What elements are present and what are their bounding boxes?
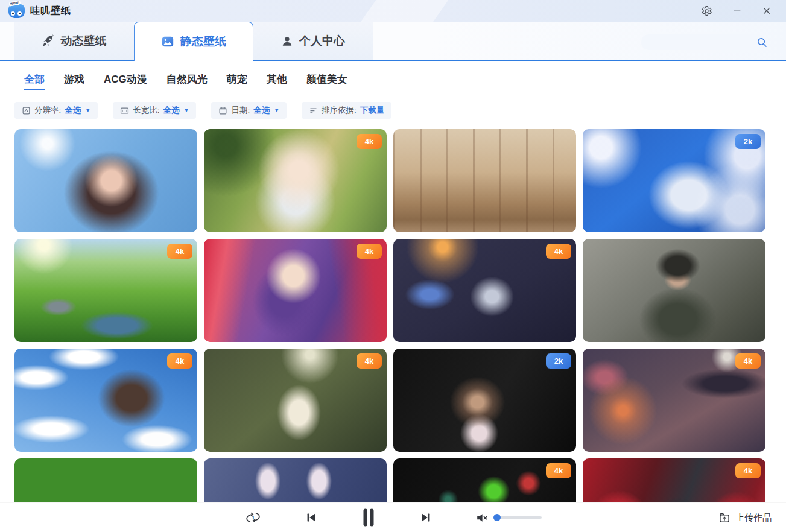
filter-value: 全选 bbox=[163, 105, 179, 116]
logo-eye bbox=[11, 11, 15, 16]
filter-label: 分辨率: bbox=[34, 105, 61, 116]
previous-icon bbox=[305, 511, 318, 524]
minimize-icon bbox=[732, 6, 742, 16]
wallpaper-water-town-bridge-night[interactable]: 4k bbox=[583, 349, 765, 452]
image-icon bbox=[161, 35, 174, 48]
filter-aspect-ratio[interactable]: 长宽比:全选▼ bbox=[113, 102, 196, 119]
filter-label: 长宽比: bbox=[133, 105, 159, 116]
close-icon bbox=[762, 6, 772, 16]
wallpaper-green-village-lake[interactable]: 4k bbox=[14, 239, 197, 342]
resolution-badge: 4k bbox=[357, 353, 382, 369]
pause-icon bbox=[361, 508, 376, 527]
tab-label: 动态壁纸 bbox=[61, 33, 107, 49]
resolution-badge: 4k bbox=[357, 134, 382, 149]
gear-icon bbox=[701, 5, 712, 17]
wallpaper-girl-white-dress-meadow[interactable]: 4k bbox=[204, 349, 387, 452]
tab-profile-center[interactable]: 个人中心 bbox=[253, 22, 373, 60]
next-button[interactable] bbox=[419, 511, 433, 524]
tab-list: 动态壁纸静态壁纸个人中心 bbox=[14, 22, 373, 60]
user-icon bbox=[281, 35, 293, 47]
tab-static-wallpaper[interactable]: 静态壁纸 bbox=[134, 22, 253, 61]
upload-label: 上传作品 bbox=[735, 512, 772, 524]
sort-icon bbox=[309, 106, 318, 115]
filter-bar: 分辨率:全选▼长宽比:全选▼日期:全选▼排序依据:下载量 bbox=[0, 95, 786, 121]
repeat-one-button[interactable]: 1 bbox=[245, 510, 261, 525]
wallpaper-purple-hair-girl-red-dress[interactable]: 4k bbox=[204, 239, 387, 342]
wallpaper-white-hair-girl-garden[interactable]: 4k bbox=[204, 129, 387, 232]
pause-button[interactable] bbox=[361, 508, 376, 527]
filter-value: 下载量 bbox=[360, 105, 385, 116]
resolution-badge: 4k bbox=[546, 463, 571, 478]
wallpaper-japanese-room-interior[interactable] bbox=[393, 129, 576, 232]
search-button[interactable] bbox=[756, 36, 768, 48]
upload-icon bbox=[718, 511, 731, 524]
volume-thumb[interactable] bbox=[493, 514, 501, 521]
resolution-badge: 4k bbox=[735, 463, 761, 478]
search-input[interactable] bbox=[650, 38, 756, 47]
app-title: 哇叽壁纸 bbox=[30, 5, 71, 17]
mute-icon bbox=[476, 512, 490, 524]
wallpaper-girl-portrait-dark[interactable]: 2k bbox=[393, 349, 576, 452]
app-logo: WOW! bbox=[8, 4, 25, 18]
search-box bbox=[641, 34, 766, 50]
filter-value: 全选 bbox=[253, 105, 270, 116]
wallpaper-white-hair-girl-blue-blossoms[interactable]: 2k bbox=[583, 129, 765, 232]
category-all[interactable]: 全部 bbox=[24, 72, 45, 90]
wallpaper-anime-girl-straw-hat-clouds[interactable]: 4k bbox=[14, 349, 197, 452]
volume-slider[interactable] bbox=[493, 516, 542, 519]
resolution-icon bbox=[22, 106, 31, 115]
upload-button[interactable]: 上传作品 bbox=[718, 511, 772, 524]
category-bar: 全部游戏ACG动漫自然风光萌宠其他颜值美女 bbox=[0, 61, 786, 95]
chevron-down-icon: ▼ bbox=[183, 107, 189, 113]
window-controls bbox=[701, 5, 772, 17]
search-icon bbox=[756, 36, 768, 48]
resolution-badge: 4k bbox=[546, 244, 571, 259]
svg-text:1: 1 bbox=[252, 515, 255, 521]
settings-button[interactable] bbox=[701, 5, 712, 17]
wallpaper-girl-at-computer-night[interactable]: 4k bbox=[393, 239, 576, 342]
tab-label: 静态壁纸 bbox=[180, 34, 226, 49]
resolution-badge: 4k bbox=[167, 353, 192, 369]
chevron-down-icon: ▼ bbox=[274, 107, 279, 113]
repeat-one-icon: 1 bbox=[245, 510, 261, 525]
aspect-ratio-icon bbox=[120, 106, 129, 115]
volume-control bbox=[476, 512, 542, 524]
player-controls: 1 bbox=[245, 503, 542, 532]
calendar-icon bbox=[218, 106, 227, 115]
chevron-down-icon: ▼ bbox=[85, 107, 90, 113]
logo-eye bbox=[17, 11, 22, 16]
category-nature[interactable]: 自然风光 bbox=[166, 72, 208, 90]
resolution-badge: 2k bbox=[735, 134, 761, 149]
category-acg-anime[interactable]: ACG动漫 bbox=[104, 72, 147, 90]
category-others[interactable]: 其他 bbox=[267, 72, 287, 90]
close-button[interactable] bbox=[762, 6, 772, 16]
rocket-icon bbox=[42, 34, 55, 47]
resolution-badge: 4k bbox=[735, 353, 761, 369]
filter-label: 日期: bbox=[231, 105, 250, 116]
filter-value: 全选 bbox=[65, 105, 81, 116]
category-games[interactable]: 游戏 bbox=[64, 72, 84, 90]
mute-button[interactable] bbox=[476, 512, 490, 524]
wow-bubble: WOW! bbox=[9, 0, 21, 6]
wallpaper-person-winter-hat-scarf[interactable] bbox=[583, 239, 765, 342]
minimize-button[interactable] bbox=[732, 6, 742, 16]
resolution-badge: 4k bbox=[357, 244, 382, 259]
filter-label: 排序依据: bbox=[322, 105, 357, 116]
filter-resolution[interactable]: 分辨率:全选▼ bbox=[14, 102, 98, 119]
previous-button[interactable] bbox=[305, 511, 318, 524]
wallpaper-girl-braids-blue-sky[interactable] bbox=[14, 129, 197, 232]
tab-label: 个人中心 bbox=[299, 33, 345, 49]
filter-date[interactable]: 日期:全选▼ bbox=[211, 102, 287, 119]
tab-bar: 动态壁纸静态壁纸个人中心 bbox=[0, 22, 786, 61]
category-beauty[interactable]: 颜值美女 bbox=[306, 72, 347, 90]
tab-dynamic-wallpaper[interactable]: 动态壁纸 bbox=[14, 22, 134, 60]
player-bar: 1 上传作品 bbox=[0, 502, 786, 532]
filter-sort-by[interactable]: 排序依据:下载量 bbox=[302, 102, 391, 119]
resolution-badge: 2k bbox=[546, 353, 571, 369]
category-cute-pets[interactable]: 萌宠 bbox=[227, 72, 247, 90]
titlebar: WOW! 哇叽壁纸 bbox=[0, 0, 786, 22]
next-icon bbox=[419, 511, 433, 524]
wallpaper-grid: 4k2k4k4k4k4k4k2k4k4k4k bbox=[0, 129, 786, 532]
resolution-badge: 4k bbox=[167, 244, 192, 259]
